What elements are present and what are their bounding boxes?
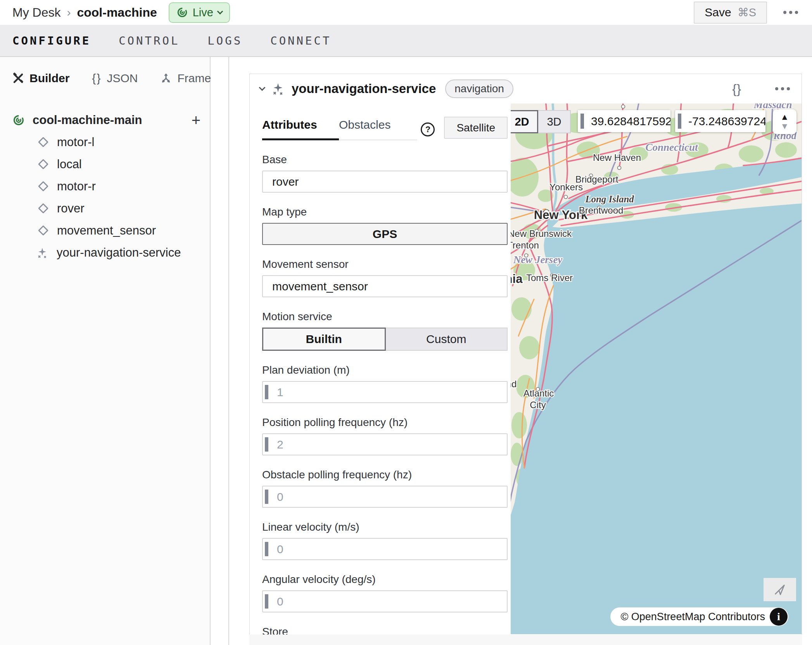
card-menu-icon[interactable] <box>775 87 790 90</box>
zoom-stepper[interactable]: ▲ ▼ <box>773 109 796 134</box>
top-bar: My Desk › cool-machine Live Save ⌘S <box>0 0 812 25</box>
motion-service-toggle: Builtin Custom <box>262 328 508 351</box>
sidebar-gutter <box>211 57 229 645</box>
drag-handle[interactable] <box>265 542 268 556</box>
braces-icon: {} <box>92 72 101 85</box>
live-status-dropdown[interactable]: Live <box>169 2 230 23</box>
drag-handle[interactable] <box>265 437 268 452</box>
motion-builtin-option[interactable]: Builtin <box>262 328 386 351</box>
tree-item-motor-r[interactable]: motor-r <box>0 175 210 197</box>
json-view-icon[interactable]: {} <box>732 81 741 97</box>
latitude-field-wrap <box>578 110 670 132</box>
map-dimension-toggle: 2D 3D <box>511 110 571 133</box>
chevron-down-icon <box>217 8 223 14</box>
map-label: New Jersey <box>513 254 563 266</box>
navigation-arrow-icon <box>773 583 786 596</box>
drag-handle[interactable] <box>265 594 268 609</box>
obstacle-polling-field-wrap <box>262 486 508 508</box>
position-polling-field-wrap <box>262 433 508 455</box>
component-tree: cool-machine-main + motor-l local motor-… <box>0 109 210 264</box>
tree-item-machine-main[interactable]: cool-machine-main + <box>0 109 210 131</box>
map-type-gps-button[interactable]: GPS <box>262 223 508 245</box>
card-tabs: Attributes Obstacles <box>262 118 417 140</box>
view-2d-button[interactable]: 2D <box>511 110 538 133</box>
mode-json[interactable]: {} JSON <box>92 72 138 85</box>
movement-sensor-input[interactable] <box>262 275 508 297</box>
base-input[interactable] <box>262 171 508 193</box>
zoom-in-arrow-icon[interactable]: ▲ <box>781 113 789 121</box>
tree-item-navigation-service[interactable]: your-navigation-service <box>0 241 210 264</box>
add-component-button[interactable]: + <box>192 112 200 128</box>
component-icon <box>38 203 48 214</box>
breadcrumb: My Desk › cool-machine <box>12 5 157 20</box>
tab-obstacles[interactable]: Obstacles <box>339 118 417 140</box>
breadcrumb-current: cool-machine <box>77 5 157 20</box>
attributes-form: Attributes Obstacles ? Satellite Base Ma… <box>250 103 511 645</box>
latitude-input[interactable] <box>578 110 670 132</box>
map-attribution: © OpenStreetMap Contributors i <box>610 607 788 626</box>
position-polling-label: Position polling frequency (hz) <box>262 416 508 429</box>
save-shortcut: ⌘S <box>738 6 756 19</box>
view-3d-button[interactable]: 3D <box>538 110 571 133</box>
map-label: Atlantic <box>523 388 554 398</box>
map-label: nd <box>511 379 517 389</box>
obstacle-polling-input[interactable] <box>262 486 508 508</box>
mode-json-label: JSON <box>107 72 138 85</box>
service-card-header: your-navigation-service navigation {} <box>250 74 802 103</box>
service-type-badge: navigation <box>445 79 513 98</box>
tab-connect[interactable]: CONNECT <box>270 34 331 47</box>
map-label: Yonkers <box>549 182 583 192</box>
movement-sensor-label: Movement sensor <box>262 258 508 271</box>
component-icon <box>38 159 48 169</box>
tree-item-movement-sensor[interactable]: movement_sensor <box>0 219 210 241</box>
tree-item-rover[interactable]: rover <box>0 197 210 219</box>
map-city-dot <box>564 195 568 199</box>
component-icon <box>38 225 48 236</box>
sidebar-mode-switcher: Builder {} JSON Frame <box>0 65 210 89</box>
map-label: Toms River <box>526 272 573 283</box>
map-canvas: MassachRhodConnecticutNew JerseyLong Isl… <box>511 103 802 634</box>
angular-velocity-input[interactable] <box>262 590 508 612</box>
breadcrumb-root[interactable]: My Desk <box>12 5 60 20</box>
base-field-wrap <box>262 171 508 193</box>
longitude-input[interactable] <box>675 110 765 132</box>
tree-item-local[interactable]: local <box>0 153 210 175</box>
mode-frame-label: Frame <box>177 72 211 85</box>
info-icon[interactable]: i <box>770 608 788 626</box>
map-label: New Haven <box>593 152 641 163</box>
tab-logs[interactable]: LOGS <box>207 34 242 47</box>
drag-handle[interactable] <box>265 385 268 399</box>
tab-configure[interactable]: CONFIGURE <box>12 34 91 47</box>
navigation-map[interactable]: MassachRhodConnecticutNew JerseyLong Isl… <box>511 103 802 634</box>
base-label: Base <box>262 153 508 166</box>
position-polling-input[interactable] <box>262 433 508 455</box>
recenter-button[interactable] <box>764 578 796 601</box>
map-label: Brentwood <box>579 205 624 216</box>
map-label: New Brunswick <box>511 228 572 239</box>
map-city-dot <box>622 105 625 109</box>
mode-builder[interactable]: Builder <box>12 72 69 85</box>
tab-control[interactable]: CONTROL <box>119 34 180 47</box>
drag-handle[interactable] <box>678 114 681 129</box>
motion-custom-option[interactable]: Custom <box>386 328 508 351</box>
angular-velocity-field-wrap <box>262 590 508 612</box>
breadcrumb-separator-icon: › <box>67 6 71 19</box>
save-button[interactable]: Save ⌘S <box>694 2 767 24</box>
mode-frame[interactable]: Frame <box>160 72 211 85</box>
overflow-menu-icon[interactable] <box>783 11 798 14</box>
drag-handle[interactable] <box>580 114 584 129</box>
tree-item-label: motor-r <box>57 179 96 193</box>
linear-velocity-input[interactable] <box>262 538 508 560</box>
tab-attributes[interactable]: Attributes <box>262 118 339 140</box>
satellite-button[interactable]: Satellite <box>444 117 508 139</box>
drag-handle[interactable] <box>265 490 268 504</box>
help-icon[interactable]: ? <box>421 122 435 136</box>
sparkles-icon <box>36 247 48 259</box>
machine-part-icon <box>12 114 25 126</box>
attribution-text[interactable]: © OpenStreetMap Contributors <box>620 611 765 623</box>
tree-item-motor-l[interactable]: motor-l <box>0 131 210 153</box>
zoom-out-arrow-icon[interactable]: ▼ <box>781 122 789 131</box>
save-button-label: Save <box>705 6 731 19</box>
collapse-chevron-icon[interactable] <box>259 85 266 91</box>
plan-deviation-input[interactable] <box>262 381 508 403</box>
